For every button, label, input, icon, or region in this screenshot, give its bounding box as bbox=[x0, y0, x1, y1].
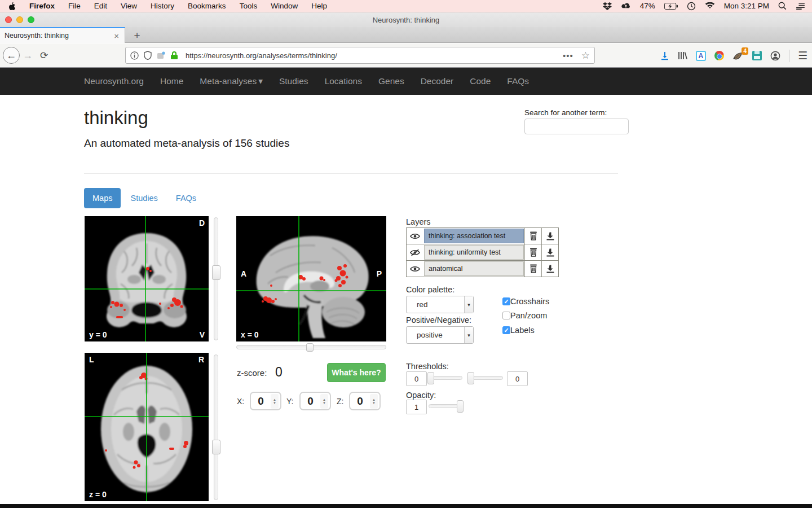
menubar-item-help[interactable]: Help bbox=[311, 2, 327, 10]
color-palette-select[interactable]: red ▾ bbox=[406, 296, 474, 313]
account-profile-icon[interactable] bbox=[770, 51, 780, 61]
axial-slice-slider[interactable] bbox=[214, 354, 218, 500]
sagittal-slider-handle[interactable] bbox=[306, 343, 314, 352]
tracking-protection-shield-icon[interactable] bbox=[144, 51, 152, 60]
spotlight-search-icon[interactable] bbox=[778, 2, 787, 10]
coord-z-input[interactable]: 0 ▲▼ bbox=[349, 392, 381, 410]
eye-icon[interactable] bbox=[407, 261, 423, 277]
new-tab-button[interactable]: + bbox=[130, 28, 144, 42]
reload-button[interactable]: ⟳ bbox=[36, 50, 52, 62]
coord-z-stepper[interactable]: ▲▼ bbox=[370, 394, 378, 409]
sagittal-slice-slider[interactable] bbox=[236, 345, 386, 349]
trash-icon[interactable] bbox=[524, 261, 541, 277]
forward-button[interactable]: → bbox=[20, 50, 36, 62]
notification-center-icon[interactable] bbox=[796, 2, 805, 10]
extension-permission-icon[interactable] bbox=[157, 51, 165, 59]
nav-studies[interactable]: Studies bbox=[279, 76, 308, 86]
dropbox-icon[interactable] bbox=[603, 2, 612, 10]
opacity-slider[interactable] bbox=[429, 404, 464, 408]
app-menu-icon[interactable]: ☰ bbox=[798, 49, 807, 62]
coord-y-input[interactable]: 0 ▲▼ bbox=[299, 392, 331, 410]
nav-meta-analyses[interactable]: Meta-analyses▾ bbox=[200, 76, 263, 86]
notes-extension-icon[interactable]: 4 bbox=[732, 51, 744, 60]
nav-faqs[interactable]: FAQs bbox=[507, 76, 529, 86]
download-layer-icon[interactable] bbox=[541, 244, 558, 260]
download-layer-icon[interactable] bbox=[541, 261, 558, 277]
url-text[interactable]: https://neurosynth.org/analyses/terms/th… bbox=[186, 51, 563, 60]
bookmark-star-icon[interactable]: ☆ bbox=[581, 50, 590, 62]
page-info-icon[interactable] bbox=[130, 51, 139, 60]
whats-here-button[interactable]: What's here? bbox=[327, 363, 386, 382]
axial-view-canvas[interactable]: L R z = 0 bbox=[85, 353, 209, 501]
menubar-item-file[interactable]: File bbox=[68, 2, 81, 10]
tab-maps[interactable]: Maps bbox=[84, 188, 121, 208]
crosshairs-checkbox[interactable]: ✓ bbox=[502, 297, 510, 305]
layer-name[interactable]: thinking: association test bbox=[424, 229, 524, 243]
downloads-icon[interactable] bbox=[660, 51, 669, 60]
library-icon[interactable] bbox=[678, 51, 687, 60]
time-machine-icon[interactable] bbox=[687, 2, 696, 11]
threshold-max-slider[interactable] bbox=[467, 376, 503, 380]
crosshairs-checkbox-row[interactable]: ✓ Crosshairs bbox=[502, 297, 549, 306]
posneg-select[interactable]: positive ▾ bbox=[406, 326, 474, 344]
sagittal-view-canvas[interactable]: A P x = 0 bbox=[236, 216, 386, 341]
menubar-item-window[interactable]: Window bbox=[271, 2, 298, 10]
coronal-slice-slider[interactable] bbox=[214, 217, 218, 340]
select-caret-icon[interactable]: ▾ bbox=[464, 296, 473, 313]
menubar-item-bookmarks[interactable]: Bookmarks bbox=[188, 2, 226, 10]
panzoom-checkbox[interactable]: ✓ bbox=[502, 312, 510, 319]
tab-studies[interactable]: Studies bbox=[122, 188, 166, 208]
trash-icon[interactable] bbox=[524, 244, 541, 260]
battery-icon[interactable] bbox=[664, 3, 678, 10]
menubar-item-history[interactable]: History bbox=[151, 2, 174, 10]
labels-checkbox-row[interactable]: ✓ Labels bbox=[502, 326, 535, 335]
opacity-handle[interactable] bbox=[457, 400, 464, 413]
coord-x-input[interactable]: 0 ▲▼ bbox=[250, 392, 281, 410]
threshold-max-input[interactable]: 0 bbox=[507, 371, 528, 386]
coronal-slider-handle[interactable] bbox=[212, 265, 220, 280]
nav-home[interactable]: Home bbox=[160, 76, 183, 86]
nav-genes[interactable]: Genes bbox=[378, 76, 404, 86]
site-brand[interactable]: Neurosynth.org bbox=[84, 76, 144, 86]
https-lock-icon[interactable] bbox=[170, 51, 178, 60]
tab-faqs[interactable]: FAQs bbox=[167, 188, 205, 208]
labels-checkbox[interactable]: ✓ bbox=[502, 326, 510, 334]
coronal-view-canvas[interactable]: D V y = 0 bbox=[85, 216, 209, 341]
eye-icon[interactable] bbox=[407, 228, 423, 244]
clock-time[interactable]: Mon 3:21 PM bbox=[724, 2, 769, 10]
save-extension-icon[interactable] bbox=[752, 51, 762, 60]
nav-decoder[interactable]: Decoder bbox=[421, 76, 454, 86]
coord-y-stepper[interactable]: ▲▼ bbox=[320, 394, 328, 409]
back-button[interactable]: ← bbox=[3, 47, 20, 64]
threshold-min-handle[interactable] bbox=[427, 372, 434, 384]
select-caret-icon[interactable]: ▾ bbox=[464, 327, 473, 343]
cloud-sync-icon[interactable] bbox=[621, 2, 631, 10]
opacity-input[interactable]: 1 bbox=[406, 400, 427, 414]
panzoom-checkbox-row[interactable]: ✓ Pan/zoom bbox=[502, 311, 547, 320]
menubar-item-view[interactable]: View bbox=[121, 2, 137, 10]
layer-name[interactable]: anatomical bbox=[424, 261, 524, 276]
threshold-max-handle[interactable] bbox=[467, 372, 474, 384]
wifi-icon[interactable] bbox=[705, 2, 715, 10]
chrome-extension-icon[interactable] bbox=[714, 51, 724, 60]
page-actions-icon[interactable]: ••• bbox=[563, 51, 573, 60]
menubar-app-name[interactable]: Firefox bbox=[29, 2, 55, 10]
eye-slash-icon[interactable] bbox=[407, 244, 423, 260]
coord-x-stepper[interactable]: ▲▼ bbox=[271, 394, 279, 409]
download-layer-icon[interactable] bbox=[541, 228, 558, 244]
layer-name[interactable]: thinking: uniformity test bbox=[424, 245, 524, 260]
menubar-item-tools[interactable]: Tools bbox=[240, 2, 258, 10]
menubar-item-edit[interactable]: Edit bbox=[94, 2, 107, 10]
browser-tab[interactable]: Neurosynth: thinking × bbox=[0, 27, 125, 43]
apple-menu-icon[interactable] bbox=[8, 2, 16, 11]
axial-slider-handle[interactable] bbox=[212, 440, 220, 454]
extension-a-icon[interactable]: A bbox=[696, 51, 706, 61]
threshold-min-input[interactable]: 0 bbox=[406, 371, 427, 386]
nav-locations[interactable]: Locations bbox=[325, 76, 362, 86]
nav-code[interactable]: Code bbox=[470, 76, 491, 86]
search-term-input[interactable] bbox=[524, 119, 629, 134]
threshold-min-slider[interactable] bbox=[427, 376, 462, 380]
url-bar[interactable]: https://neurosynth.org/analyses/terms/th… bbox=[125, 47, 595, 64]
tab-close-icon[interactable]: × bbox=[113, 32, 120, 40]
trash-icon[interactable] bbox=[524, 228, 541, 244]
